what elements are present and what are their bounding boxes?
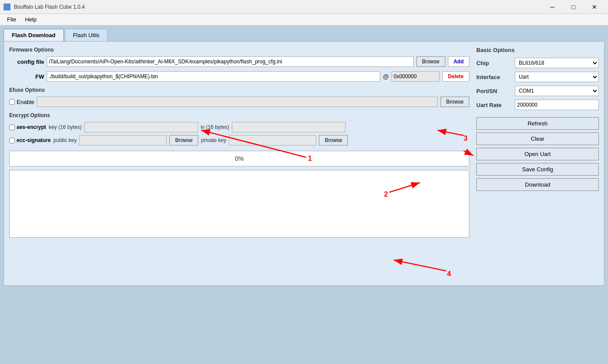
key-input[interactable] (84, 122, 198, 132)
app-icon (3, 3, 10, 10)
log-area (9, 170, 469, 238)
public-key-browse-button[interactable]: Browse (169, 135, 198, 146)
progress-bar-container: 0% (9, 151, 469, 166)
ecc-checkbox-label[interactable]: ecc-signature (9, 137, 51, 143)
basic-options-title: Basic Options (476, 47, 599, 53)
left-panel: Firmware Options config file Browse Add … (9, 47, 469, 280)
interface-row: Interface Uart JTAG (476, 72, 599, 82)
encrypt-section: Encrypt Options aes-encrypt key (16 byte… (9, 112, 469, 146)
ecc-row: ecc-signature public key Browse private … (9, 135, 469, 146)
open-uart-button[interactable]: Open Uart (476, 148, 599, 160)
aes-label: aes-encrypt (17, 124, 46, 130)
titlebar-controls: ─ □ ✕ (542, 0, 605, 14)
tab-flash-download[interactable]: Flash Download (3, 29, 64, 41)
enable-label: Enable (17, 99, 34, 105)
refresh-button[interactable]: Refresh (476, 117, 599, 130)
config-file-label: config file (9, 59, 44, 65)
port-row: Port/SN COM1 COM2 COM3 (476, 86, 599, 96)
main-area: Flash Download Flash Utils Firmware Opti… (0, 25, 608, 364)
tabs: Flash Download Flash Utils (3, 29, 605, 41)
aes-checkbox-label[interactable]: aes-encrypt (9, 124, 46, 130)
uart-rate-label: Uart Rate (476, 102, 511, 108)
efuse-options-label: Efuse Options (9, 87, 469, 93)
firmware-options-label: Firmware Options (9, 47, 469, 53)
config-browse-button[interactable]: Browse (416, 56, 445, 67)
key-label: key (16 bytes) (49, 124, 81, 130)
add-button[interactable]: Add (448, 56, 469, 67)
at-symbol: @ (383, 73, 389, 80)
public-key-input[interactable] (79, 135, 167, 146)
firmware-section: Firmware Options config file Browse Add … (9, 47, 469, 82)
port-label: Port/SN (476, 88, 511, 94)
efuse-row: Enable Browse (9, 97, 469, 107)
right-buttons-group: Refresh Clear Open Uart Save Config Down… (476, 117, 599, 191)
interface-label: Interface (476, 74, 511, 80)
save-config-button[interactable]: Save Config (476, 163, 599, 176)
encrypt-options-label: Encrypt Options (9, 112, 469, 118)
efuse-section: Efuse Options Enable Browse (9, 87, 469, 107)
close-button[interactable]: ✕ (584, 0, 605, 14)
aes-checkbox[interactable] (9, 125, 15, 130)
minimize-button[interactable]: ─ (542, 0, 563, 14)
fw-input[interactable] (47, 71, 380, 82)
ecc-checkbox[interactable] (9, 138, 15, 143)
address-input[interactable] (391, 71, 440, 82)
iv-input[interactable] (232, 122, 346, 132)
chip-select[interactable]: BL616/618 BL602 BL702 (515, 58, 599, 68)
fw-row: FW @ Delete (9, 71, 469, 82)
interface-select[interactable]: Uart JTAG (515, 72, 599, 82)
private-key-browse-button[interactable]: Browse (319, 135, 348, 146)
clear-button[interactable]: Clear (476, 132, 599, 145)
uart-rate-input[interactable] (515, 100, 599, 110)
public-key-label: public key (53, 137, 77, 143)
private-key-label: private key (201, 137, 226, 143)
window-title: Bouffalo Lab Flash Cube 1.0.4 (14, 4, 85, 10)
chip-label: Chip (476, 60, 511, 66)
efuse-browse-button[interactable]: Browse (440, 97, 469, 107)
menu-help[interactable]: Help (21, 15, 41, 24)
menubar: File Help (0, 14, 608, 25)
iv-label: iv (16 bytes) (201, 124, 229, 130)
enable-checkbox-label[interactable]: Enable (9, 99, 34, 105)
content-area: Firmware Options config file Browse Add … (3, 41, 605, 286)
ecc-label: ecc-signature (17, 137, 51, 143)
delete-button[interactable]: Delete (442, 71, 469, 82)
maximize-button[interactable]: □ (563, 0, 584, 14)
titlebar: Bouffalo Lab Flash Cube 1.0.4 ─ □ ✕ (0, 0, 608, 14)
download-button[interactable]: Download (476, 178, 599, 191)
menu-file[interactable]: File (3, 15, 21, 24)
enable-checkbox[interactable] (9, 99, 15, 105)
right-panel: Basic Options Chip BL616/618 BL602 BL702… (476, 47, 599, 280)
fw-label: FW (9, 73, 44, 80)
aes-row: aes-encrypt key (16 bytes) iv (16 bytes) (9, 122, 469, 132)
port-select[interactable]: COM1 COM2 COM3 (515, 86, 599, 96)
progress-text: 0% (235, 155, 244, 162)
private-key-input[interactable] (229, 135, 316, 146)
chip-row: Chip BL616/618 BL602 BL702 (476, 58, 599, 68)
config-file-row: config file Browse Add (9, 56, 469, 67)
tab-flash-utils[interactable]: Flash Utils (65, 29, 108, 41)
config-file-input[interactable] (47, 56, 414, 67)
uart-rate-row: Uart Rate (476, 100, 599, 110)
efuse-input[interactable] (37, 97, 438, 107)
